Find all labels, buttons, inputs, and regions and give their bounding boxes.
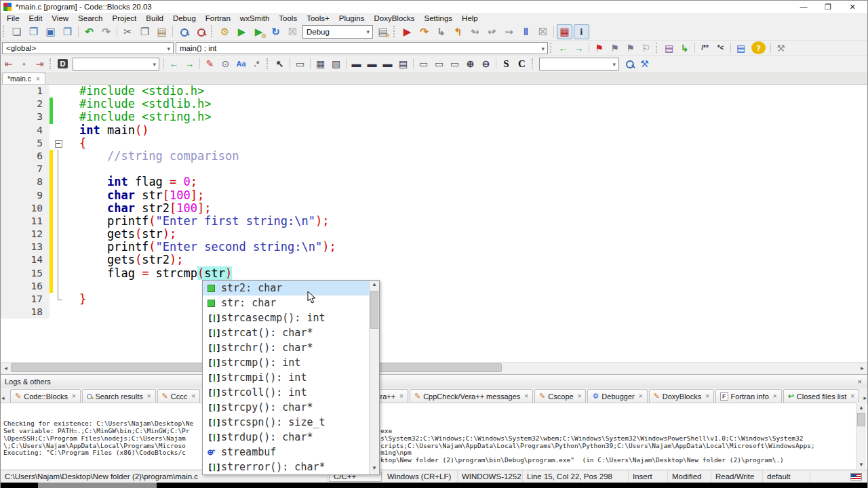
build-and-run-icon[interactable] [251,24,267,39]
function-select[interactable]: main() : int [176,42,548,54]
log-tab-close-icon[interactable]: × [773,392,777,400]
log-tab[interactable]: Search results × [82,389,156,403]
various-info-icon[interactable] [574,24,589,39]
jump-forward-icon[interactable] [33,58,47,70]
wx-align-right-icon[interactable] [380,58,395,70]
break-debugger-icon[interactable] [518,24,534,39]
code-line[interactable]: 16 [1,280,867,293]
script-select[interactable] [73,58,159,70]
completion-item[interactable]: strchr(): char* [203,340,369,355]
match-case-icon[interactable] [234,58,248,70]
toolbar-grip[interactable] [656,43,659,53]
goto-next-icon[interactable] [572,41,586,54]
toolbar-grip[interactable] [3,26,6,38]
paste-icon[interactable] [154,24,170,39]
completion-item[interactable]: strdup(): char* [203,430,369,445]
completion-item[interactable]: strcasecmp(): int [203,310,369,325]
jump-marker-icon[interactable] [17,58,31,70]
incsearch-find-icon[interactable] [622,58,636,70]
log-tab-close-icon[interactable]: × [147,392,151,400]
doxy-help-icon[interactable] [751,41,766,54]
menu-item[interactable]: Project [108,14,142,22]
editor-hscrollbar[interactable]: ◂ ▸ [1,362,867,372]
nav-forward-icon[interactable] [182,58,197,70]
wx-show-sizers-icon[interactable] [499,58,513,70]
log-tab-close-icon[interactable]: × [191,392,195,400]
run-html-icon[interactable] [734,41,748,54]
popup-scrollbar[interactable]: ▲ ▼ [369,281,379,474]
code-line[interactable]: 2#include <stdlib.h> [1,98,867,110]
log-tab-close-icon[interactable]: × [578,392,582,400]
menu-item[interactable]: Settings [420,14,458,22]
scroll-left-icon[interactable]: ◂ [1,363,11,373]
redo-icon[interactable] [98,24,114,39]
menu-item[interactable]: Edit [24,14,47,22]
nav-back-icon[interactable] [167,58,181,70]
menu-item[interactable]: DoxyBlocks [369,14,419,22]
popup-scroll-thumb[interactable] [370,291,378,329]
menu-item[interactable]: Tools [274,14,302,22]
open-file-icon[interactable] [26,24,41,39]
log-tab[interactable]: Fortran info × [715,389,782,403]
zoom-in-icon[interactable] [463,58,477,70]
completion-item[interactable]: strcpy(): char* [203,400,369,415]
scroll-right-icon[interactable]: ▸ [857,363,867,373]
highlight-mode-icon[interactable] [203,58,217,70]
abort-icon[interactable] [285,24,300,39]
log-tab-close-icon[interactable]: × [850,392,854,400]
completion-item[interactable]: strcspn(): size_t [203,415,369,430]
wx-align-left-icon[interactable] [349,58,363,70]
block-comment-icon[interactable] [698,41,712,54]
clear-bookmarks-icon[interactable] [639,41,653,54]
log-vscrollbar[interactable]: ▲ ▼ [856,403,866,469]
code-line[interactable]: 7 [1,163,867,176]
code-editor[interactable]: 1#include <stdio.h>2#include <stdlib.h>3… [1,85,867,362]
menu-item[interactable]: File [2,14,24,22]
code-line[interactable]: 15 flag = strcmp(str) [1,267,867,280]
wx-border-right-icon[interactable] [432,58,446,70]
debug-continue-icon[interactable] [399,24,415,39]
copy-icon[interactable] [137,24,153,39]
run-icon[interactable] [234,24,250,39]
menu-item[interactable]: Debug [168,14,201,22]
prev-bookmark-icon[interactable] [608,41,622,54]
code-line[interactable]: 11 printf("Enter first string:\n"); [1,215,867,228]
menu-item[interactable]: Tools+ [302,14,334,22]
toolbar-grip[interactable] [393,26,397,38]
run-script-icon[interactable] [56,58,70,70]
log-tab[interactable]: Debugger × [587,389,647,403]
logs-close-icon[interactable]: × [858,378,862,386]
fold-margin[interactable] [53,137,65,150]
build-icon[interactable] [217,24,233,39]
completion-item[interactable]: streambuf [203,445,369,460]
code-line[interactable]: 18 [1,306,867,319]
log-tab[interactable]: Cccc × [157,389,201,403]
incsearch-options-icon[interactable] [637,58,652,70]
menu-item[interactable]: Help [457,14,483,22]
completion-item[interactable]: strcmp(): int [203,355,369,370]
show-build-log-icon[interactable] [375,24,391,39]
doxy-wizard-icon[interactable] [677,41,692,54]
toolbar-grip[interactable] [50,58,53,70]
wx-show-containers-icon[interactable] [515,58,529,70]
title-bar[interactable]: *main.c [program] - Code::Blocks 20.03 —… [1,1,867,13]
code-line[interactable]: 1#include <stdio.h> [1,85,867,98]
incremental-search-input[interactable] [539,58,619,70]
wx-align-fill-icon[interactable] [396,58,410,70]
scroll-down-icon[interactable]: ▼ [856,460,866,469]
goto-prev-icon[interactable] [556,41,570,54]
close-button[interactable]: ✕ [840,1,865,13]
wx-frame-icon[interactable] [293,58,307,70]
autocomplete-popup[interactable]: str2: char str: char strcasecmp(): int s… [202,280,380,475]
log-tab[interactable]: DoxyBlocks × [649,389,715,403]
toolbar-grip[interactable] [211,26,214,38]
wx-sizer-icon[interactable] [313,58,328,70]
step-next-icon[interactable] [416,24,432,39]
toolbar-grip[interactable] [532,58,535,70]
log-tab[interactable]: Cscope × [534,389,586,403]
code-line[interactable]: 8 int flag = 0; [1,176,867,188]
log-tab-close-icon[interactable]: × [399,392,403,400]
wx-border-left-icon[interactable] [416,58,431,70]
wx-pointer-icon[interactable] [273,58,287,70]
find-icon[interactable] [176,24,191,39]
